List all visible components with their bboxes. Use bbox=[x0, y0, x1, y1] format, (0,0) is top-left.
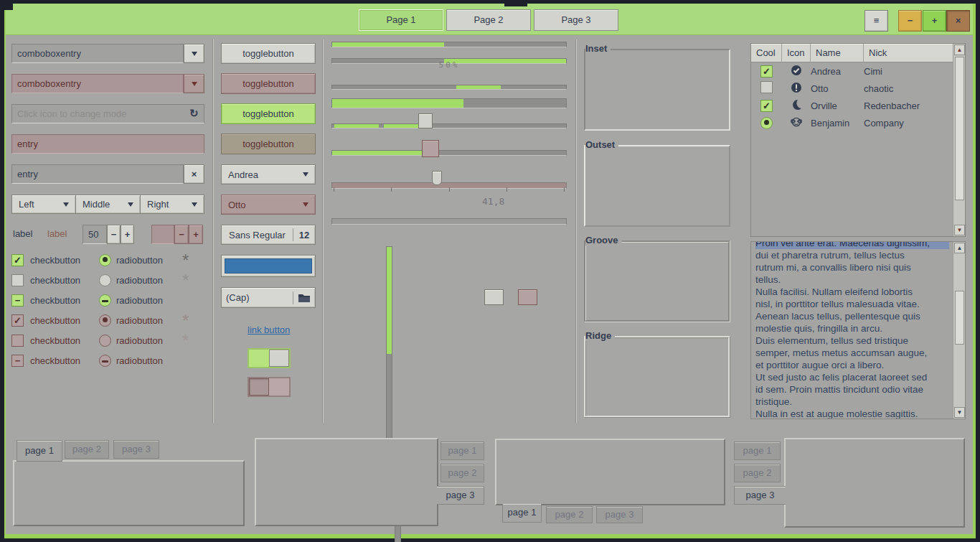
notebook2-tab-page2[interactable]: page 2 bbox=[440, 464, 484, 482]
column-header-name[interactable]: Name bbox=[811, 44, 864, 62]
notebook2-tab-page3[interactable]: page 3 bbox=[437, 486, 484, 505]
plus-icon: + bbox=[932, 15, 938, 26]
comboboxentry-input[interactable] bbox=[11, 44, 184, 63]
row-checkbox-unchecked[interactable] bbox=[760, 81, 773, 93]
table-scrollbar[interactable]: ▲ ▼ bbox=[953, 44, 965, 236]
vertical-slider-disabled-handle bbox=[518, 289, 537, 305]
frame-label-outset: Outset bbox=[585, 139, 618, 150]
checkbox-checked[interactable]: ✓ bbox=[11, 254, 24, 266]
radiobutton-label[interactable]: radiobutton bbox=[116, 275, 163, 286]
switch-on[interactable] bbox=[248, 348, 291, 368]
row-checkbox-checked[interactable]: ✓ bbox=[760, 100, 773, 112]
font-button[interactable]: Sans Regular 12 bbox=[221, 225, 316, 245]
refresh-icon[interactable]: ↻ bbox=[189, 107, 199, 120]
notebook1-tab-page3[interactable]: page 3 bbox=[113, 440, 159, 459]
slider-marks-track[interactable] bbox=[331, 218, 567, 225]
monkey-face-icon bbox=[791, 116, 802, 128]
table-row[interactable]: ✓ Andrea Cimi bbox=[751, 62, 965, 80]
scroll-up-arrow[interactable]: ▲ bbox=[954, 243, 965, 253]
column-header-nick[interactable]: Nick bbox=[864, 44, 953, 62]
clear-entry-button[interactable]: × bbox=[184, 164, 204, 184]
entry[interactable] bbox=[11, 164, 184, 184]
table-row[interactable]: ✓ Orville Redenbacher bbox=[751, 97, 965, 114]
menu-button[interactable]: ≡ bbox=[864, 10, 888, 32]
notebook3-tab-page1[interactable]: page 1 bbox=[502, 504, 542, 523]
titlebar-tab-page3[interactable]: Page 3 bbox=[534, 9, 618, 31]
frame-groove bbox=[584, 240, 730, 322]
text-line: rutrum mi, a convallis libero nisi quis bbox=[755, 261, 949, 274]
switch-knob bbox=[269, 350, 289, 367]
titlebar-tab-page1[interactable]: Page 1 bbox=[359, 9, 443, 31]
spinbutton-minus-button[interactable]: − bbox=[107, 225, 121, 244]
column-header-cool[interactable]: Cool bbox=[751, 44, 782, 62]
close-button[interactable]: × bbox=[946, 10, 970, 32]
notebook1-tab-page1[interactable]: page 1 bbox=[17, 440, 62, 462]
notebook4-tab-page1[interactable]: page 1 bbox=[734, 441, 781, 460]
label: label bbox=[13, 228, 32, 239]
titlebar[interactable]: Page 1 Page 2 Page 3 ≡ − + × bbox=[6, 4, 973, 35]
radio-selected[interactable] bbox=[99, 254, 111, 266]
radio-mixed[interactable] bbox=[99, 294, 111, 307]
notebook4-tab-page3[interactable]: page 3 bbox=[734, 486, 786, 505]
scale-mark bbox=[334, 187, 334, 192]
text-line: Duis elementum, tellus sed tristique bbox=[755, 335, 949, 347]
togglebutton-normal[interactable]: togglebutton bbox=[221, 43, 316, 64]
column-separator bbox=[322, 39, 324, 423]
notebook3-content bbox=[495, 439, 725, 505]
table-row[interactable]: Benjamin Company bbox=[751, 114, 965, 131]
slider-marks-handle[interactable] bbox=[432, 171, 442, 185]
link-button[interactable]: link button bbox=[248, 324, 290, 335]
chevron-down-icon bbox=[303, 202, 308, 207]
combobox-value: Middle bbox=[83, 199, 128, 210]
combobox-andrea[interactable]: Andrea bbox=[221, 164, 316, 184]
cell-name: Benjamin bbox=[811, 118, 864, 129]
row-checkbox-checked[interactable]: ✓ bbox=[760, 65, 773, 78]
color-button[interactable] bbox=[221, 255, 316, 277]
comboboxentry-dropdown-button[interactable] bbox=[184, 44, 204, 63]
chevron-down-icon bbox=[192, 82, 197, 86]
notebook3-tab-page2[interactable]: page 2 bbox=[546, 506, 593, 523]
togglebutton-active[interactable]: togglebutton bbox=[221, 103, 316, 124]
slider-handle[interactable] bbox=[418, 113, 433, 129]
column-header-icon[interactable]: Icon bbox=[782, 44, 811, 62]
radiobutton-label[interactable]: radiobutton bbox=[116, 295, 163, 306]
checkbutton-label[interactable]: checkbutton bbox=[30, 255, 80, 266]
combobox-right[interactable]: Right bbox=[140, 195, 204, 214]
spinbutton-plus-button[interactable]: + bbox=[121, 225, 134, 244]
checkbutton-label[interactable]: checkbutton bbox=[30, 275, 80, 286]
combobox-left[interactable]: Left bbox=[11, 195, 76, 214]
maximize-button[interactable]: + bbox=[923, 10, 946, 32]
progressbar-activity bbox=[331, 85, 567, 90]
spinbutton-value[interactable]: 50 bbox=[83, 225, 107, 244]
minimize-button[interactable]: − bbox=[898, 10, 922, 32]
notebook4-tab-page2[interactable]: page 2 bbox=[734, 464, 781, 482]
file-chooser-button[interactable]: (Cap) bbox=[221, 287, 316, 308]
textview[interactable]: Proin vel ante erat. Maecenas dignissim,… bbox=[750, 241, 966, 419]
scrollbar-thumb[interactable] bbox=[955, 57, 964, 200]
mode-entry[interactable] bbox=[11, 104, 204, 123]
chevron-down-icon bbox=[303, 172, 308, 177]
row-radio-selected[interactable] bbox=[760, 117, 773, 129]
notebook2-tab-page1[interactable]: page 1 bbox=[440, 441, 484, 460]
checkbox-mixed[interactable]: − bbox=[11, 294, 24, 307]
radio-unselected[interactable] bbox=[99, 274, 111, 286]
table-row[interactable]: Otto chaotic bbox=[751, 80, 965, 97]
radiobutton-label[interactable]: radiobutton bbox=[116, 255, 163, 266]
combobox-middle[interactable]: Middle bbox=[75, 195, 141, 214]
spinner-icon: * bbox=[182, 336, 189, 346]
titlebar-tab-page2[interactable]: Page 2 bbox=[446, 9, 531, 31]
text-line: id sem. Proin mattis tincidunt odio vita… bbox=[755, 383, 949, 396]
vertical-slider-handle[interactable] bbox=[484, 289, 504, 305]
checkbutton-label[interactable]: checkbutton bbox=[30, 295, 80, 306]
notebook1-tab-page2[interactable]: page 2 bbox=[65, 440, 109, 459]
slider-track[interactable] bbox=[331, 150, 567, 156]
scroll-down-arrow[interactable]: ▼ bbox=[954, 225, 965, 235]
notebook3-tab-page3[interactable]: page 3 bbox=[596, 506, 643, 523]
checkbox-unchecked[interactable] bbox=[11, 274, 24, 286]
spinbutton-disabled-plus-button: + bbox=[189, 225, 203, 244]
textview-scrollbar[interactable]: ▲ ▼ bbox=[953, 242, 965, 419]
scroll-up-arrow[interactable]: ▲ bbox=[954, 45, 965, 55]
scrollbar-thumb[interactable] bbox=[955, 291, 964, 345]
spinner-icon: * bbox=[182, 256, 189, 266]
scroll-down-arrow[interactable]: ▼ bbox=[954, 407, 965, 418]
